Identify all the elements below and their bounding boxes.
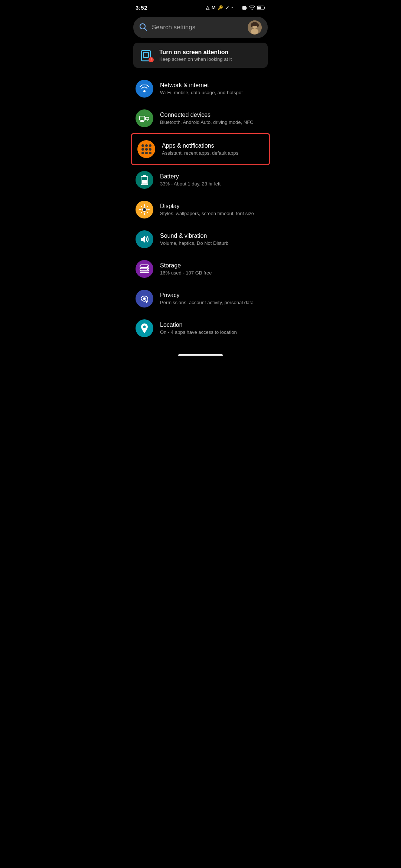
svg-text:!: ! (150, 58, 151, 62)
svg-point-41 (147, 269, 148, 270)
svg-point-13 (257, 23, 259, 27)
privacy-text: Privacy Permissions, account activity, p… (160, 292, 265, 305)
settings-item-connected-devices[interactable]: Connected devices Bluetooth, Android Aut… (130, 103, 271, 133)
battery-text: Battery 33% - About 1 day, 23 hr left (160, 173, 265, 187)
svg-line-35 (141, 212, 142, 213)
sound-icon-circle (136, 230, 153, 248)
settings-item-sound[interactable]: Sound & vibration Volume, haptics, Do No… (130, 224, 271, 254)
home-indicator (178, 354, 223, 356)
screen-attention-title: Turn on screen attention (159, 49, 261, 56)
display-text: Display Styles, wallpapers, screen timeo… (160, 203, 265, 216)
network-title: Network & internet (160, 82, 265, 89)
privacy-icon-circle (136, 290, 153, 308)
battery-status-icon (257, 6, 265, 10)
connected-devices-title: Connected devices (160, 112, 265, 118)
svg-point-12 (251, 23, 253, 27)
storage-text: Storage 16% used - 107 GB free (160, 262, 265, 276)
settings-item-privacy[interactable]: Privacy Permissions, account activity, p… (130, 284, 271, 313)
screen-attention-icon: ! (140, 49, 153, 62)
svg-rect-5 (258, 6, 261, 9)
battery-icon-circle (136, 171, 153, 189)
network-icon-circle (136, 80, 153, 98)
display-title: Display (160, 203, 265, 210)
svg-rect-21 (146, 117, 149, 120)
drive-icon: △ (206, 5, 209, 10)
status-bar: 3:52 △ M 🔑 ✓ • (128, 0, 273, 14)
apps-notifications-title: Apps & notifications (162, 142, 264, 149)
check-icon: ✓ (225, 5, 229, 10)
svg-rect-4 (264, 7, 265, 9)
svg-marker-36 (141, 236, 145, 243)
settings-item-display[interactable]: Display Styles, wallpapers, screen timeo… (130, 195, 271, 224)
connected-devices-text: Connected devices Bluetooth, Android Aut… (160, 112, 265, 125)
settings-item-storage[interactable]: Storage 16% used - 107 GB free (130, 254, 271, 284)
network-subtitle: Wi-Fi, mobile, data usage, and hotspot (160, 90, 265, 95)
svg-rect-24 (143, 175, 146, 177)
apps-grid-icon (141, 144, 151, 154)
battery-title: Battery (160, 173, 265, 180)
screen-attention-banner[interactable]: ! Turn on screen attention Keep screen o… (133, 43, 268, 68)
apps-notifications-icon-circle (137, 140, 155, 158)
apps-notifications-text: Apps & notifications Assistant, recent a… (162, 142, 264, 156)
connected-devices-subtitle: Bluetooth, Android Auto, driving mode, N… (160, 119, 265, 125)
status-icons: △ M 🔑 ✓ • (206, 5, 265, 11)
storage-icon-circle (136, 260, 153, 278)
svg-rect-18 (140, 116, 145, 120)
svg-line-7 (145, 28, 147, 30)
svg-rect-1 (242, 7, 242, 9)
settings-item-location[interactable]: Location On - 4 apps have access to loca… (130, 313, 271, 343)
svg-line-34 (147, 206, 148, 207)
privacy-title: Privacy (160, 292, 265, 299)
location-icon-circle (136, 319, 153, 337)
location-text: Location On - 4 apps have access to loca… (160, 322, 265, 335)
svg-line-32 (141, 206, 142, 207)
storage-title: Storage (160, 262, 265, 269)
svg-rect-19 (141, 120, 143, 121)
storage-subtitle: 16% used - 107 GB free (160, 270, 265, 276)
settings-item-network[interactable]: Network & internet Wi-Fi, mobile, data u… (130, 74, 271, 103)
svg-rect-2 (247, 7, 247, 9)
apps-notifications-subtitle: Assistant, recent apps, default apps (162, 150, 264, 156)
vibrate-icon (242, 5, 247, 11)
sound-title: Sound & vibration (160, 233, 265, 239)
settings-item-battery[interactable]: Battery 33% - About 1 day, 23 hr left (130, 165, 271, 195)
svg-rect-20 (140, 121, 144, 122)
svg-point-10 (251, 29, 258, 34)
location-subtitle: On - 4 apps have access to location (160, 329, 265, 335)
screen-attention-subtitle: Keep screen on when looking at it (159, 56, 261, 62)
search-placeholder: Search settings (152, 24, 243, 31)
settings-item-apps-notifications[interactable]: Apps & notifications Assistant, recent a… (131, 133, 270, 165)
svg-point-40 (147, 266, 148, 267)
search-bar[interactable]: Search settings (133, 17, 268, 38)
display-icon-circle (136, 201, 153, 218)
wifi-status-icon (249, 6, 255, 10)
display-subtitle: Styles, wallpapers, screen timeout, font… (160, 211, 265, 216)
svg-line-33 (147, 212, 148, 213)
screen-attention-text: Turn on screen attention Keep screen on … (159, 49, 261, 62)
svg-point-47 (143, 326, 146, 328)
gmail-icon: M (212, 5, 216, 10)
svg-rect-39 (140, 272, 149, 273)
search-icon (139, 23, 147, 32)
privacy-subtitle: Permissions, account activity, personal … (160, 300, 265, 305)
connected-devices-icon-circle (136, 109, 153, 127)
bottom-nav-bar (128, 347, 273, 360)
status-time: 3:52 (136, 4, 147, 11)
location-title: Location (160, 322, 265, 328)
key-icon: 🔑 (218, 5, 223, 10)
svg-point-43 (143, 297, 146, 300)
sound-text: Sound & vibration Volume, haptics, Do No… (160, 233, 265, 246)
svg-rect-22 (147, 120, 148, 121)
network-text: Network & internet Wi-Fi, mobile, data u… (160, 82, 265, 95)
user-avatar[interactable] (248, 20, 262, 34)
sound-subtitle: Volume, haptics, Do Not Disturb (160, 240, 265, 246)
dot-icon: • (231, 6, 233, 10)
svg-rect-0 (242, 6, 246, 10)
battery-subtitle: 33% - About 1 day, 23 hr left (160, 181, 265, 187)
svg-rect-25 (142, 180, 147, 184)
svg-rect-15 (143, 52, 149, 57)
settings-list: Network & internet Wi-Fi, mobile, data u… (128, 74, 273, 343)
